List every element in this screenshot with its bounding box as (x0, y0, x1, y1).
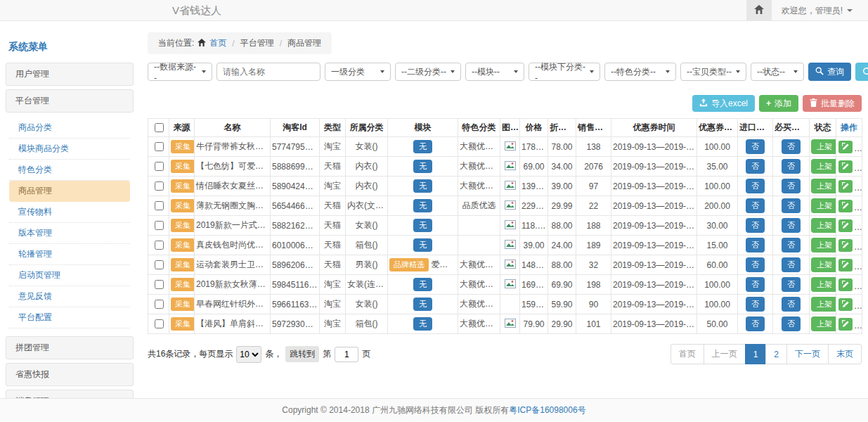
status-button[interactable]: 上架 (811, 159, 836, 174)
sidebar-item[interactable]: 启动页管理 (9, 265, 130, 286)
per-page-select[interactable]: 10 (236, 346, 261, 363)
import-excel-button[interactable]: 导入excel (692, 95, 755, 112)
row-checkbox[interactable] (155, 260, 164, 269)
edit-button[interactable] (838, 259, 853, 271)
sidebar-item[interactable]: 意见反馈 (9, 286, 130, 307)
status-button[interactable]: 上架 (811, 238, 836, 252)
home-button[interactable] (746, 0, 772, 21)
sidebar-group-3[interactable]: 拼团管理 (6, 336, 134, 359)
filter-select[interactable]: --数据来源-- (148, 63, 212, 81)
module-none-badge[interactable]: 无 (413, 140, 432, 153)
reset-button[interactable]: 重置 (855, 63, 868, 81)
must-buy-button[interactable]: 否 (782, 316, 801, 331)
sidebar-item[interactable]: 商品分类 (9, 117, 130, 139)
row-checkbox[interactable] (155, 300, 164, 309)
row-checkbox[interactable] (155, 181, 164, 191)
icp-link[interactable]: 粤ICP备16098006号 (509, 404, 585, 416)
sidebar-item[interactable]: 轮播管理 (9, 244, 130, 265)
page-button-上一页[interactable]: 上一页 (704, 344, 746, 364)
module-none-badge[interactable]: 无 (413, 278, 432, 291)
module-none-badge[interactable]: 无 (413, 160, 432, 173)
row-checkbox[interactable] (155, 319, 164, 328)
edit-button[interactable] (838, 318, 853, 331)
sidebar-group-2[interactable]: 平台管理 (6, 89, 134, 113)
edit-button[interactable] (838, 279, 853, 291)
must-buy-button[interactable]: 否 (782, 198, 801, 213)
module-none-badge[interactable]: 无 (413, 199, 432, 212)
sidebar-item[interactable]: 特色分类 (9, 160, 130, 181)
page-button-2[interactable]: 2 (765, 344, 787, 364)
edit-button[interactable] (838, 141, 853, 153)
must-buy-button[interactable]: 否 (782, 277, 801, 292)
import-select-button[interactable]: 否 (746, 277, 765, 292)
filter-select[interactable]: --特色分类-- (604, 63, 676, 81)
breadcrumb-home-link[interactable]: 首页 (209, 37, 226, 49)
import-select-button[interactable]: 否 (746, 238, 765, 252)
edit-button[interactable] (838, 200, 853, 212)
status-button[interactable]: 上架 (811, 277, 836, 292)
status-button[interactable]: 上架 (811, 297, 836, 312)
page-button-1[interactable]: 1 (745, 344, 767, 364)
edit-button[interactable] (838, 239, 853, 252)
module-none-badge[interactable]: 无 (413, 179, 432, 193)
search-button[interactable]: 查询 (808, 63, 851, 81)
filter-select[interactable]: --二级分类-- (395, 63, 461, 81)
batch-delete-button[interactable]: 批量删除 (803, 95, 862, 112)
row-checkbox[interactable] (155, 280, 164, 289)
module-none-badge[interactable]: 无 (413, 238, 432, 252)
status-button[interactable]: 上架 (811, 218, 836, 233)
filter-select[interactable]: --状态-- (751, 63, 804, 81)
import-select-button[interactable]: 否 (746, 218, 765, 233)
page-button-首页[interactable]: 首页 (671, 344, 704, 364)
must-buy-button[interactable]: 否 (782, 139, 801, 154)
module-none-badge[interactable]: 无 (413, 298, 432, 311)
module-badge[interactable]: 品牌精选 (389, 258, 429, 271)
row-checkbox[interactable] (155, 201, 164, 210)
filter-select[interactable]: --宝贝类型-- (680, 63, 746, 81)
sidebar-item[interactable]: 商品管理 (9, 181, 130, 202)
edit-button[interactable] (838, 298, 853, 311)
user-menu[interactable]: 欢迎您，管理员! (772, 5, 862, 17)
page-button-末页[interactable]: 末页 (828, 344, 862, 364)
status-button[interactable]: 上架 (811, 198, 836, 213)
must-buy-button[interactable]: 否 (782, 238, 801, 252)
filter-select[interactable]: 一级分类 (325, 63, 391, 81)
select-all-checkbox[interactable] (155, 123, 164, 132)
status-button[interactable]: 上架 (811, 257, 836, 272)
must-buy-button[interactable]: 否 (782, 257, 801, 272)
sidebar-item[interactable]: 平台配置 (9, 307, 130, 328)
status-button[interactable]: 上架 (811, 139, 836, 154)
status-button[interactable]: 上架 (811, 316, 836, 331)
must-buy-button[interactable]: 否 (782, 218, 801, 233)
row-checkbox[interactable] (155, 162, 164, 171)
import-select-button[interactable]: 否 (746, 139, 765, 154)
row-checkbox[interactable] (155, 241, 164, 250)
must-buy-button[interactable]: 否 (782, 159, 801, 174)
sidebar-group-1[interactable]: 用户管理 (6, 63, 134, 86)
import-select-button[interactable]: 否 (746, 297, 765, 312)
import-select-button[interactable]: 否 (746, 159, 765, 174)
sidebar-group-4[interactable]: 省惠快报 (6, 363, 134, 386)
must-buy-button[interactable]: 否 (782, 179, 801, 193)
page-jump-input[interactable] (335, 347, 358, 362)
import-select-button[interactable]: 否 (746, 257, 765, 272)
status-button[interactable]: 上架 (811, 179, 836, 193)
sidebar-item[interactable]: 宣传物料 (9, 202, 130, 223)
edit-button[interactable] (838, 160, 853, 173)
filter-select[interactable]: --模块下分类-- (529, 63, 600, 81)
name-search-input[interactable] (216, 63, 320, 81)
add-button[interactable]: + 添加 (759, 95, 798, 112)
import-select-button[interactable]: 否 (746, 316, 765, 331)
sidebar-item[interactable]: 版本管理 (9, 223, 130, 244)
jump-to-button[interactable]: 跳转到 (285, 346, 319, 362)
import-select-button[interactable]: 否 (746, 198, 765, 213)
must-buy-button[interactable]: 否 (782, 297, 801, 312)
row-checkbox[interactable] (155, 142, 164, 151)
edit-button[interactable] (838, 180, 853, 193)
filter-select[interactable]: --模块-- (465, 63, 524, 81)
page-button-下一页[interactable]: 下一页 (786, 344, 829, 364)
edit-button[interactable] (838, 219, 853, 232)
row-checkbox[interactable] (155, 221, 164, 230)
module-none-badge[interactable]: 无 (413, 219, 432, 232)
sidebar-item[interactable]: 模块商品分类 (9, 139, 130, 160)
